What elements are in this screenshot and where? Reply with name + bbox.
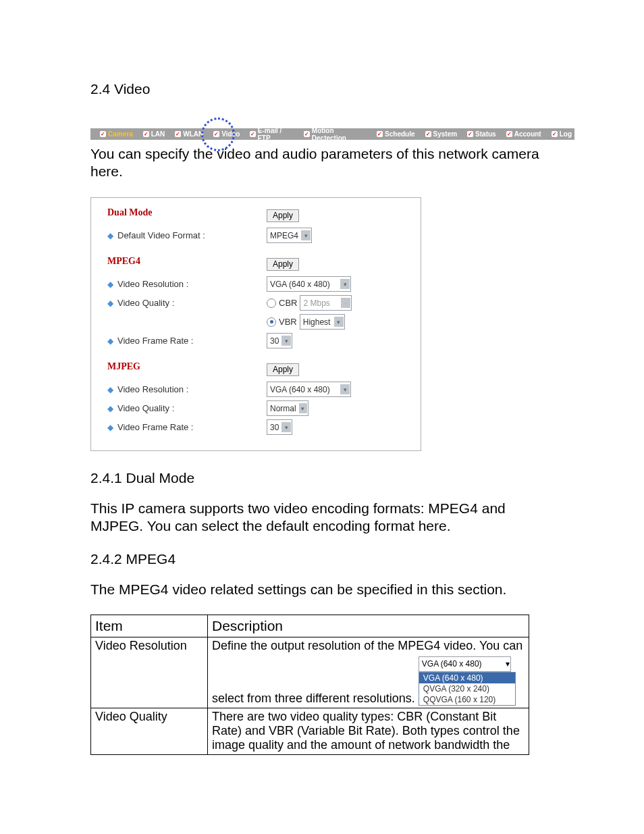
mjpeg-quality-select[interactable]: Normal ▾ xyxy=(267,400,308,416)
apply-mpeg4-button[interactable]: Apply xyxy=(267,258,299,271)
tab-wlan[interactable]: ✓WLAN xyxy=(172,130,206,138)
chevron-down-icon: ▾ xyxy=(281,336,291,346)
chevron-down-icon: ▾ xyxy=(299,403,307,413)
resolution-dropdown-example: VGA (640 x 480) ▾ VGA (640 x 480) QVGA (… xyxy=(419,656,516,706)
tab-lan[interactable]: ✓LAN xyxy=(140,130,168,138)
check-icon: ✓ xyxy=(213,131,219,137)
heading-241: 2.4.1 Dual Mode xyxy=(90,470,554,486)
cbr-radio[interactable] xyxy=(267,298,276,308)
mjpeg-res-label: Video Resolution : xyxy=(117,384,188,394)
dropdown-option[interactable]: QQVGA (160 x 120) xyxy=(419,694,515,705)
vbr-label: VBR xyxy=(279,317,297,327)
select-value: VGA (640 x 480) xyxy=(270,385,330,394)
chevron-down-icon: ▾ xyxy=(341,298,350,308)
table-row: Video Quality There are two video qualit… xyxy=(91,708,529,754)
mpeg4-frame-select[interactable]: 30 ▾ xyxy=(267,333,292,348)
chevron-down-icon: ▾ xyxy=(281,422,291,432)
chevron-down-icon: ▾ xyxy=(506,659,510,669)
check-icon: ✓ xyxy=(377,131,383,137)
mjpeg-quality-label: Video Quality : xyxy=(117,403,174,413)
heading-242: 2.4.2 MPEG4 xyxy=(90,551,554,567)
mjpeg-title: MJPEG xyxy=(107,361,140,372)
apply-dual-button[interactable]: Apply xyxy=(267,209,299,222)
settings-table: Item Description Video Resolution Define… xyxy=(90,615,529,755)
intro-paragraph: You can specify the video and audio para… xyxy=(90,145,554,181)
th-item: Item xyxy=(91,615,208,637)
cell-item: Video Resolution xyxy=(91,637,208,708)
dropdown-menu: VGA (640 x 480) QVGA (320 x 240) QQVGA (… xyxy=(419,672,516,706)
mjpeg-frame-select[interactable]: 30 ▾ xyxy=(267,419,292,435)
select-value: VGA (640 x 480) xyxy=(422,659,482,669)
tab-schedule[interactable]: ✓Schedule xyxy=(374,130,417,138)
check-icon: ✓ xyxy=(250,131,255,137)
bullet-icon: ◆ xyxy=(107,336,113,346)
table-row: Video Resolution Define the output resol… xyxy=(91,637,529,708)
check-icon: ✓ xyxy=(175,131,181,137)
chevron-down-icon: ▾ xyxy=(301,230,311,240)
vbr-select[interactable]: Highest ▾ xyxy=(300,314,345,330)
mpeg4-quality-label: Video Quality : xyxy=(117,298,174,308)
check-icon: ✓ xyxy=(304,131,309,137)
chevron-down-icon: ▾ xyxy=(334,317,344,327)
bullet-icon: ◆ xyxy=(107,280,113,289)
check-icon: ✓ xyxy=(100,131,106,137)
section-heading: 2.4 Video xyxy=(90,81,554,97)
paragraph-241: This IP camera supports two video encodi… xyxy=(90,500,554,536)
screenshot-area: ✓Camera ✓LAN ✓WLAN ✓Video ✓E-mail / FTP … xyxy=(90,116,574,140)
th-desc: Description xyxy=(208,615,529,637)
paragraph-242: The MPEG4 video related settings can be … xyxy=(90,581,554,598)
cell-desc: There are two video quality types: CBR (… xyxy=(208,708,529,754)
bullet-icon: ◆ xyxy=(107,423,113,432)
mpeg4-title: MPEG4 xyxy=(107,256,140,267)
cell-item: Video Quality xyxy=(91,708,208,754)
dual-mode-title: Dual Mode xyxy=(107,207,153,218)
select-value: Highest xyxy=(303,317,331,327)
select-value: 30 xyxy=(270,336,279,346)
select-value: 2 Mbps xyxy=(303,298,329,308)
tab-email-ftp[interactable]: ✓E-mail / FTP xyxy=(247,127,296,142)
tab-motion[interactable]: ✓Motion Dectection xyxy=(301,127,369,142)
default-format-label: Default Video Format : xyxy=(117,230,205,240)
dropdown-selected[interactable]: VGA (640 x 480) ▾ xyxy=(419,656,511,672)
select-value: MPEG4 xyxy=(270,231,298,240)
apply-mjpeg-button[interactable]: Apply xyxy=(267,363,299,376)
dropdown-option[interactable]: QVGA (320 x 240) xyxy=(419,683,515,694)
dropdown-option[interactable]: VGA (640 x 480) xyxy=(419,673,515,683)
table-header-row: Item Description xyxy=(91,615,529,637)
tab-account[interactable]: ✓Account xyxy=(504,130,544,138)
bullet-icon: ◆ xyxy=(107,404,113,413)
vbr-radio[interactable] xyxy=(267,317,276,327)
tab-video[interactable]: ✓Video xyxy=(211,130,242,138)
check-icon: ✓ xyxy=(467,131,473,137)
mpeg4-res-select[interactable]: VGA (640 x 480) ▾ xyxy=(267,276,351,292)
check-icon: ✓ xyxy=(143,131,149,137)
check-icon: ✓ xyxy=(506,131,512,137)
tab-status[interactable]: ✓Status xyxy=(464,130,499,138)
mpeg4-frame-label: Video Frame Rate : xyxy=(117,336,193,346)
tab-camera[interactable]: ✓Camera xyxy=(97,130,136,138)
check-icon: ✓ xyxy=(552,131,558,137)
default-format-select[interactable]: MPEG4 ▾ xyxy=(267,228,312,243)
bullet-icon: ◆ xyxy=(107,231,113,240)
select-value: VGA (640 x 480) xyxy=(270,280,330,289)
chevron-down-icon: ▾ xyxy=(340,279,350,289)
chevron-down-icon: ▾ xyxy=(340,384,350,394)
select-value: 30 xyxy=(270,423,279,432)
mjpeg-res-select[interactable]: VGA (640 x 480) ▾ xyxy=(267,382,351,397)
tab-system[interactable]: ✓System xyxy=(423,130,460,138)
select-value: Normal xyxy=(270,404,296,413)
cbr-label: CBR xyxy=(279,298,297,308)
check-icon: ✓ xyxy=(425,131,431,137)
tab-bar: ✓Camera ✓LAN ✓WLAN ✓Video ✓E-mail / FTP … xyxy=(90,128,574,140)
bullet-icon: ◆ xyxy=(107,298,113,308)
bullet-icon: ◆ xyxy=(107,385,113,394)
cell-desc: Define the output resolution of the MPEG… xyxy=(208,637,529,708)
tab-log[interactable]: ✓Log xyxy=(549,130,574,138)
mpeg4-res-label: Video Resolution : xyxy=(117,279,188,289)
config-panel: Dual Mode Apply ◆Default Video Format : … xyxy=(90,197,421,451)
mjpeg-frame-label: Video Frame Rate : xyxy=(117,422,193,432)
cbr-select[interactable]: 2 Mbps ▾ xyxy=(300,295,352,311)
